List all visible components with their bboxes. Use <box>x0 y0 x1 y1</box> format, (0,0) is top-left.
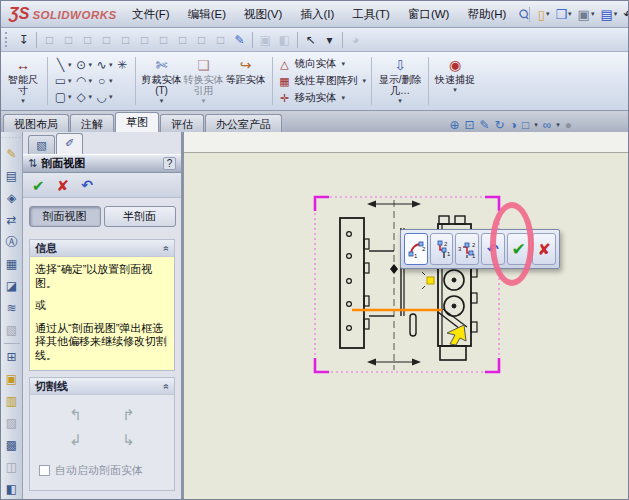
view-toolbar-icon[interactable]: ◧ <box>275 33 294 47</box>
offset-entities-button[interactable]: ↪ 等距实体 <box>225 54 267 108</box>
view-toolbar-icon[interactable]: □ <box>59 33 78 47</box>
view-toolbar-icon[interactable]: ▾ <box>320 33 339 47</box>
section-mode-button[interactable]: 半剖面 <box>104 206 176 227</box>
sketch-entity-button[interactable]: ∿ ▾ <box>94 58 115 72</box>
sketch-entity-button[interactable]: ▭ ▾ <box>53 74 74 88</box>
popup-undo-button[interactable]: ↶ <box>481 233 505 265</box>
sketch-entity-button[interactable]: ◡ ▾ <box>94 90 115 104</box>
menu-item[interactable]: 窗口(W) <box>399 3 459 26</box>
view-toolbar-icon[interactable]: □ <box>154 33 173 47</box>
view-toolbar-icon[interactable]: □ <box>135 33 154 47</box>
trim-entities-button[interactable]: ✄ 剪裁实体(T) ▾ <box>141 54 183 108</box>
command-tab[interactable]: 视图布局 <box>3 114 69 132</box>
annotation-tool-icon[interactable]: ▦ <box>6 253 17 275</box>
sketch-entity-button[interactable]: ▢ ▾ <box>53 90 74 104</box>
cutting-line[interactable] <box>367 200 421 370</box>
annotation-tool-icon[interactable]: ⇄ <box>6 209 16 231</box>
annotation-tool-icon[interactable]: ≋ <box>6 297 16 319</box>
view-tool-icon[interactable]: □ <box>522 118 529 132</box>
section-mode-button[interactable]: 剖面视图 <box>29 206 101 227</box>
cutting-line-group-header[interactable]: 切割线 » <box>30 378 174 395</box>
view-tool-icon[interactable]: ◑ <box>510 118 517 132</box>
toolbar-grip[interactable]: ······ <box>2 135 22 143</box>
annotation-tool-icon[interactable]: ▩ <box>6 434 17 456</box>
display-delete-relations-button[interactable]: ⇩ 显示/删除几… ▾ <box>377 54 423 108</box>
popup-ok-button[interactable]: ✔ <box>507 233 531 265</box>
arc-offset-button[interactable]: 1 2 <box>404 233 428 265</box>
pattern-tool-button[interactable]: △ 镜向实体 ▾ <box>278 57 367 71</box>
notch-offset-button[interactable]: 3 2 1 <box>455 233 479 265</box>
command-tab[interactable]: 评估 <box>160 114 204 132</box>
menu-item[interactable]: 编辑(E) <box>179 3 235 26</box>
view-toolbar-icon[interactable]: ◕ <box>346 33 365 47</box>
command-tab[interactable]: 注解 <box>70 114 114 132</box>
undo-button[interactable]: ↶ <box>81 178 93 193</box>
cancel-button[interactable]: ✘ <box>57 178 70 193</box>
command-tab[interactable]: 办公室产品 <box>205 114 282 132</box>
view-toolbar-icon[interactable]: ↖ <box>301 33 320 47</box>
help-button[interactable]: ? <box>163 157 176 170</box>
view-toolbar-icon[interactable]: ✎ <box>230 33 249 47</box>
quick-access-button[interactable]: ❒ ▾ <box>552 7 574 22</box>
sketch-entity-button[interactable]: ◠ ▾ <box>74 74 95 88</box>
view-tool-icon[interactable]: ↻ <box>495 118 505 132</box>
view-toolbar-icon[interactable]: □ <box>40 33 59 47</box>
panel-tab[interactable]: ▧ <box>28 135 55 154</box>
annotation-tool-icon[interactable]: ◈ <box>7 187 16 209</box>
view-tool-icon[interactable]: ✎ <box>480 118 490 132</box>
annotation-tool-icon[interactable]: ⊞ <box>6 346 16 368</box>
single-offset-button[interactable]: 2 1 <box>430 233 454 265</box>
view-tool-icon[interactable]: ∞ <box>543 118 552 132</box>
view-toolbar-icon[interactable]: ▣ <box>256 33 275 47</box>
menu-item[interactable]: 帮助(H) <box>458 3 515 26</box>
view-toolbar-icon[interactable] <box>252 32 253 48</box>
view-toolbar-icon[interactable]: □ <box>78 33 97 47</box>
view-tool-icon[interactable]: ⊕ <box>449 118 459 132</box>
annotation-tool-icon[interactable]: ▣ <box>6 368 17 390</box>
menu-item[interactable]: 插入(I) <box>291 3 343 26</box>
pattern-tool-button[interactable]: ▦ 线性草图阵列 ▾ <box>278 74 367 88</box>
graphics-area[interactable]: 1 2 2 1 3 <box>183 132 629 500</box>
quick-access-button[interactable]: ↶ ▾ <box>620 7 629 22</box>
quick-access-button[interactable]: ▯ ▾ <box>535 7 553 22</box>
sketch-entity-button[interactable]: ⊙ ▾ <box>74 58 95 72</box>
annotation-tool-icon[interactable]: ✎ <box>6 143 16 165</box>
view-tool-icon[interactable]: ▾ <box>556 121 560 129</box>
toolbar-grip[interactable] <box>5 32 10 47</box>
pattern-tool-button[interactable]: ✛ 移动实体 ▾ <box>278 91 367 105</box>
annotation-tool-icon[interactable]: ▤ <box>6 165 17 187</box>
sketch-entity-button[interactable]: ◇ ▾ <box>74 90 95 104</box>
annotation-tool-icon[interactable]: ▨ <box>6 412 17 434</box>
view-tool-icon[interactable]: ● <box>565 118 572 132</box>
view-toolbar-icon[interactable]: □ <box>211 33 230 47</box>
view-toolbar-icon[interactable] <box>297 32 298 48</box>
view-tool-icon[interactable]: ▾ <box>534 121 538 129</box>
message-group-header[interactable]: 信息 » <box>30 240 174 257</box>
view-toolbar-icon[interactable]: □ <box>97 33 116 47</box>
auto-start-checkbox[interactable] <box>39 465 50 476</box>
view-toolbar-icon[interactable] <box>36 32 37 48</box>
menu-item[interactable]: 视图(V) <box>235 3 291 26</box>
menu-item[interactable]: 文件(F) <box>123 3 179 26</box>
sketch-entity-button[interactable]: ✳ ▾ <box>115 58 130 72</box>
annotation-tool-icon[interactable]: ▧ <box>6 319 17 341</box>
view-toolbar-icon[interactable]: □ <box>173 33 192 47</box>
command-tab[interactable]: 草图 <box>115 112 159 132</box>
smart-dimension-button[interactable]: ↔ 智能尺寸 ▾ <box>4 54 42 108</box>
annotation-tool-icon[interactable]: ▥ <box>6 390 17 412</box>
quick-access-button[interactable]: ▤ ▾ <box>597 7 620 22</box>
quick-access-button[interactable]: ▣ ▾ <box>575 7 598 22</box>
view-toolbar-icon[interactable]: □ <box>116 33 135 47</box>
sketch-entity-button[interactable]: ╲ ▾ <box>53 58 74 72</box>
annotation-tool-icon[interactable]: Ⓐ <box>6 231 18 253</box>
quick-snaps-button[interactable]: ◉ 快速捕捉 ▾ <box>434 54 476 108</box>
menu-item[interactable]: 工具(T) <box>343 3 399 26</box>
annotation-tool-icon[interactable] <box>4 343 20 344</box>
ok-button[interactable]: ✔ <box>32 178 45 193</box>
popup-cancel-button[interactable]: ✘ <box>532 233 556 265</box>
annotation-tool-icon[interactable]: ◫ <box>6 456 17 478</box>
view-toolbar-icon[interactable]: ↧ <box>14 33 33 47</box>
view-toolbar-icon[interactable]: □ <box>192 33 211 47</box>
sketch-entity-button[interactable]: ○ ▾ <box>94 74 115 88</box>
view-toolbar-icon[interactable] <box>342 32 343 48</box>
